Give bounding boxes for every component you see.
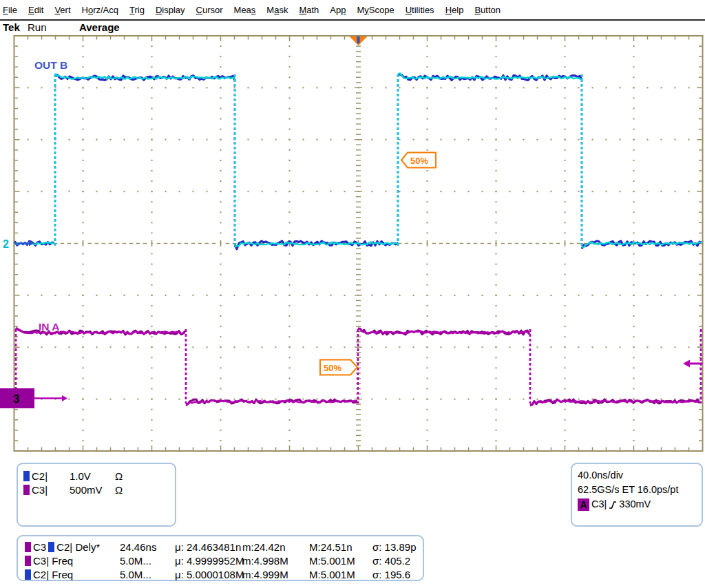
menu-edit[interactable]: Edit <box>28 5 43 15</box>
horizontal-trigger-readouts: 40.0ns/div 62.5GS/s ET 16.0ps/pt A C3| 3… <box>571 463 703 527</box>
measurement-stddev: σ: 195.6 <box>372 569 423 580</box>
menu-myscope[interactable]: MyScope <box>357 5 394 15</box>
measurement-name-text: C2| Freq <box>33 569 73 580</box>
trigger-readout: A C3| 330mV <box>578 497 702 512</box>
menu-button[interactable]: Button <box>474 5 501 15</box>
trigger-source: C3| <box>591 497 607 512</box>
measurement-max: M:24.51n <box>309 541 372 553</box>
measurement-max: M:5.001M <box>309 569 372 580</box>
menu-separator <box>0 19 705 21</box>
menu-mask[interactable]: Mask <box>266 5 288 15</box>
measurement-name-text: C3| Freq <box>33 555 73 567</box>
measurement-source: C3| Freq <box>25 555 120 567</box>
measurement-name-text: C3 <box>33 541 46 553</box>
measurement-row-2: C3| Freq5.0M...μ: 4.9999952Mm:4.998MM:5.… <box>25 554 423 567</box>
measurement-source: C3C2| Dely* <box>25 541 120 553</box>
menu-meas[interactable]: Meas <box>234 5 256 15</box>
coupling-symbol: Ω <box>115 484 123 496</box>
measurement-name-text: C2| Dely* <box>56 541 100 553</box>
svg-text:2: 2 <box>3 238 9 250</box>
measurement-mean: μ: 5.0000108M <box>175 569 242 580</box>
channel-row-c3[interactable]: C3|500mVΩ <box>23 483 175 496</box>
measurement-value: 5.0M... <box>120 569 175 580</box>
trigger-level: 330mV <box>619 497 651 512</box>
measurement-min: m:4.999M <box>242 569 309 580</box>
timebase-readout: 40.0ns/div <box>578 468 702 483</box>
svg-text:3: 3 <box>13 392 19 406</box>
trigger-badge: A <box>578 498 589 511</box>
menu-math[interactable]: Math <box>299 5 319 15</box>
measurement-source: C2| Freq <box>25 569 120 580</box>
channel-label: C3| <box>32 484 70 496</box>
menu-display[interactable]: Display <box>156 5 185 15</box>
measurement-readouts: C3C2| Dely*24.46nsμ: 24.463481nm:24.42nM… <box>17 535 424 581</box>
rising-edge-icon <box>609 500 617 510</box>
flag-50pct-lower[interactable]: 50% <box>320 360 357 375</box>
measurement-max: M:5.001M <box>309 555 372 567</box>
channel-label: C2| <box>32 470 70 482</box>
c3-color-swatch <box>23 485 30 495</box>
measurement-mean: μ: 24.463481n <box>175 541 242 553</box>
out-b-label: OUT B <box>34 59 67 71</box>
menu-utilities[interactable]: Utilities <box>406 5 434 15</box>
svg-text:50%: 50% <box>410 156 428 166</box>
waveform-svg: 2350%50%OUT BIN A <box>0 31 705 456</box>
c2-color-swatch <box>48 542 54 552</box>
menu-vert[interactable]: Vert <box>54 5 70 15</box>
menu-horzacq[interactable]: Horz/Acq <box>82 5 118 15</box>
menu-bar: FileEditVertHorz/AcqTrigDisplayCursorMea… <box>0 0 705 19</box>
menu-help[interactable]: Help <box>445 5 464 15</box>
menu-app[interactable]: App <box>330 5 346 15</box>
measurement-min: m:24.42n <box>242 541 309 553</box>
coupling-symbol: Ω <box>115 470 123 482</box>
scope-display: 2350%50%OUT BIN A <box>0 31 705 456</box>
measurement-row-3: C2| Freq5.0M...μ: 5.0000108Mm:4.999MM:5.… <box>25 567 423 581</box>
c2-color-swatch <box>23 471 30 481</box>
channel-row-c2[interactable]: C2|1.0VΩ <box>23 469 175 483</box>
measurement-stddev: σ: 405.2 <box>372 555 423 567</box>
measurement-row-1: C3C2| Dely*24.46nsμ: 24.463481nm:24.42nM… <box>25 540 423 554</box>
sampling-readout: 62.5GS/s ET 16.0ps/pt <box>578 483 702 497</box>
measurement-stddev: σ: 13.89p <box>372 541 423 553</box>
menu-file[interactable]: File <box>3 5 17 15</box>
measurement-value: 24.46ns <box>120 541 175 553</box>
measurement-min: m:4.998M <box>242 555 309 567</box>
c3-color-swatch <box>25 556 31 566</box>
vertical-scale: 1.0V <box>70 470 115 482</box>
in-a-label: IN A <box>39 321 59 333</box>
menu-cursor[interactable]: Cursor <box>196 5 223 15</box>
measurement-mean: μ: 4.9999952M <box>175 555 242 567</box>
c2-color-swatch <box>25 569 31 580</box>
measurement-value: 5.0M... <box>120 555 175 567</box>
menu-trig[interactable]: Trig <box>129 5 145 15</box>
channel-readouts: C2|1.0VΩC3|500mVΩ <box>17 463 176 527</box>
svg-text:50%: 50% <box>324 363 341 373</box>
c3-color-swatch <box>25 542 31 552</box>
vertical-scale: 500mV <box>70 484 115 496</box>
flag-50pct-upper[interactable]: 50% <box>401 153 436 168</box>
